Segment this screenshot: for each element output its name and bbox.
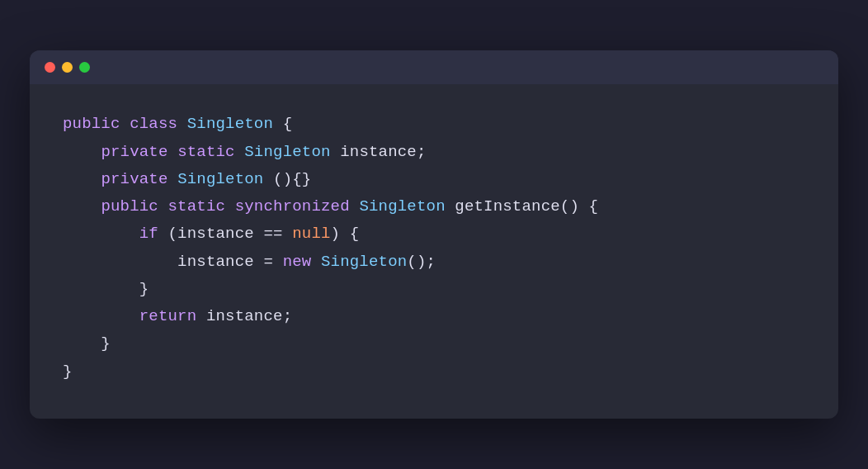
code-line: } [63, 276, 805, 303]
code-token: static [168, 197, 226, 216]
code-line: private static Singleton instance; [63, 139, 805, 166]
code-token [225, 197, 235, 216]
close-button[interactable] [45, 62, 55, 73]
code-token [158, 197, 168, 216]
code-token: if [139, 225, 158, 243]
code-token [120, 115, 130, 133]
code-line: instance = new Singleton(); [63, 249, 805, 276]
code-line: private Singleton (){} [63, 166, 805, 193]
code-token: Singleton [321, 253, 407, 271]
code-line: } [63, 330, 805, 358]
code-token: Singleton [359, 197, 445, 216]
code-token: (){} [263, 170, 311, 188]
code-token: instance; [331, 143, 427, 161]
code-token [63, 170, 101, 188]
code-token: getInstance() { [446, 197, 598, 216]
minimize-button[interactable] [62, 62, 73, 73]
code-token: instance = [63, 253, 283, 271]
code-token: } [63, 362, 73, 381]
code-line: } [63, 358, 805, 386]
code-token: Singleton [244, 143, 330, 161]
code-token: public [63, 115, 120, 133]
code-editor: public class Singleton { private static … [30, 84, 838, 419]
code-token: { [273, 115, 292, 133]
code-token: Singleton [187, 115, 273, 133]
code-token: class [130, 115, 177, 133]
code-token: (); [407, 253, 436, 271]
code-token: private [101, 170, 167, 188]
code-token: new [283, 253, 312, 271]
code-token [177, 115, 187, 133]
code-token: instance; [196, 307, 292, 325]
code-token [350, 197, 360, 216]
code-line: public class Singleton { [63, 111, 805, 138]
code-line: return instance; [63, 303, 805, 330]
code-token: null [292, 225, 330, 243]
code-token: } [63, 334, 111, 353]
code-window: public class Singleton { private static … [30, 50, 838, 419]
code-token: } [63, 280, 149, 298]
title-bar [30, 50, 838, 84]
code-token [168, 143, 178, 161]
code-token: (instance == [158, 225, 292, 243]
code-token [168, 170, 178, 188]
code-token: public [101, 197, 158, 216]
code-token [311, 253, 321, 271]
code-token: static [177, 143, 235, 161]
code-token: ) { [331, 225, 360, 243]
code-token [63, 307, 139, 325]
code-token [235, 143, 245, 161]
code-line: public static synchronized Singleton get… [63, 193, 805, 220]
code-token: private [101, 143, 167, 161]
code-token [63, 225, 139, 243]
code-token [63, 197, 101, 216]
code-token: synchronized [235, 197, 350, 216]
code-token: return [139, 307, 197, 325]
code-line: if (instance == null) { [63, 220, 805, 248]
maximize-button[interactable] [79, 62, 90, 73]
code-token: Singleton [177, 170, 263, 188]
code-token [63, 143, 101, 161]
